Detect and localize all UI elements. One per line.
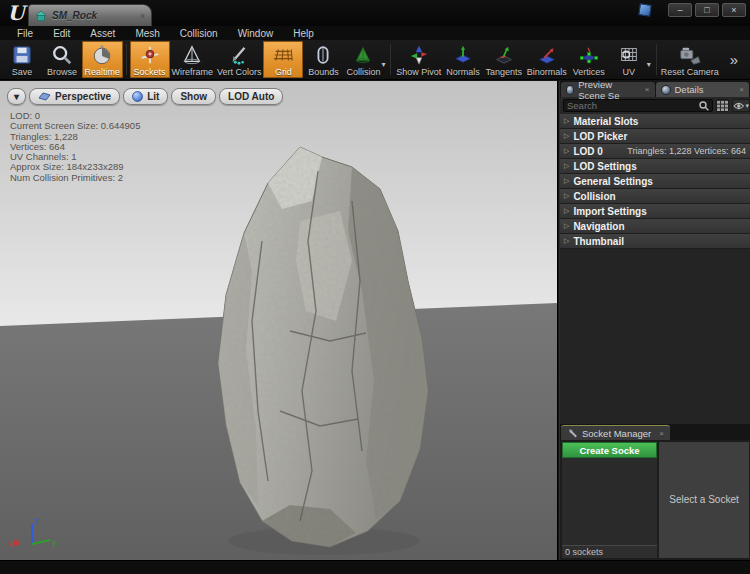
vertices-icon xyxy=(578,43,600,66)
expander-icon: ▷ xyxy=(564,237,569,245)
search-icon xyxy=(699,101,709,111)
section-lod-picker[interactable]: ▷ LOD Picker xyxy=(560,129,750,144)
window-bottom-strip xyxy=(0,560,750,574)
unreal-logo-icon: U xyxy=(4,1,28,25)
create-socket-button[interactable]: Create Socke xyxy=(562,442,657,458)
tangents-toggle[interactable]: Tangents xyxy=(483,41,524,78)
section-thumbnail[interactable]: ▷ Thumbnail xyxy=(560,234,750,249)
tab-preview-scene-settings[interactable]: Preview Scene Se × xyxy=(561,82,655,97)
details-search-row: ▾ xyxy=(560,97,750,114)
tab-close-icon[interactable]: × xyxy=(645,85,650,94)
section-lod0[interactable]: ▷ LOD 0 Triangles: 1,228 Vertices: 664 xyxy=(560,144,750,159)
minimize-button[interactable]: – xyxy=(668,3,692,17)
realtime-toggle[interactable]: Realtime xyxy=(82,41,123,78)
bounds-toggle[interactable]: Bounds xyxy=(303,41,343,78)
realtime-icon xyxy=(91,43,113,66)
stat-collision-primitives: Num Collision Primitives: 2 xyxy=(10,173,140,183)
normals-toggle[interactable]: Normals xyxy=(443,41,483,78)
browse-button[interactable]: Browse xyxy=(42,41,82,78)
uv-toggle[interactable]: UV xyxy=(609,41,649,78)
menu-bar: File Edit Asset Mesh Collision Window He… xyxy=(0,26,750,40)
browse-icon xyxy=(51,43,73,66)
static-mesh-editor-window: U SM_Rock × – □ × File Edit Asset Mesh C… xyxy=(0,0,750,574)
perspective-button[interactable]: Perspective xyxy=(29,88,120,105)
restore-button[interactable]: □ xyxy=(695,3,719,17)
socket-detail-area: Select a Socket xyxy=(659,442,749,558)
lod0-stats: Triangles: 1,228 Vertices: 664 xyxy=(627,146,746,156)
3d-viewport[interactable]: ▾ Perspective Lit Show LOD Auto LOD: 0 C… xyxy=(0,81,558,560)
socket-manager-panel: Socket Manager × Create Socke 0 sockets … xyxy=(560,424,750,560)
menu-mesh[interactable]: Mesh xyxy=(126,28,168,39)
expander-icon: ▷ xyxy=(564,177,569,185)
tab-close-icon[interactable]: × xyxy=(739,85,744,94)
socket-manager-body: Create Socke 0 sockets Select a Socket xyxy=(560,440,750,560)
expander-icon: ▷ xyxy=(564,162,569,170)
menu-file[interactable]: File xyxy=(8,28,42,39)
chevron-down-icon: ▾ xyxy=(745,102,749,110)
toolbar-separator xyxy=(390,44,391,75)
display-filter-button[interactable]: ▾ xyxy=(732,99,750,112)
expander-icon: ▷ xyxy=(564,117,569,125)
toolbar-overflow-chevron[interactable]: » xyxy=(720,51,748,68)
socket-manager-tab-bar: Socket Manager × xyxy=(560,424,750,440)
reset-camera-icon xyxy=(677,43,703,66)
viewport-toolbar: ▾ Perspective Lit Show LOD Auto xyxy=(7,88,283,105)
vertices-toggle[interactable]: Vertices xyxy=(569,41,609,78)
lit-mode-button[interactable]: Lit xyxy=(123,88,168,105)
menu-asset[interactable]: Asset xyxy=(81,28,124,39)
perspective-icon xyxy=(38,92,51,101)
binormals-icon xyxy=(536,43,558,66)
section-general-settings[interactable]: ▷ General Settings xyxy=(560,174,750,189)
show-pivot-toggle[interactable]: Show Pivot xyxy=(394,41,443,78)
menu-window[interactable]: Window xyxy=(229,28,283,39)
normals-icon xyxy=(452,43,474,66)
asset-document-tab[interactable]: SM_Rock × xyxy=(28,4,152,26)
search-box[interactable] xyxy=(563,99,713,112)
grid-view-icon xyxy=(717,101,728,111)
expander-icon: ▷ xyxy=(564,207,569,215)
sockets-toggle[interactable]: Sockets xyxy=(130,41,170,78)
tab-close-icon[interactable]: × xyxy=(659,429,664,438)
menu-edit[interactable]: Edit xyxy=(44,28,79,39)
viewport-options-button[interactable]: ▾ xyxy=(7,88,26,105)
show-button[interactable]: Show xyxy=(171,88,216,105)
details-sections: ▷ Material Slots ▷ LOD Picker ▷ LOD 0 Tr… xyxy=(560,114,750,249)
toolbar-separator xyxy=(126,44,127,75)
reset-camera-button[interactable]: Reset Camera xyxy=(660,41,720,78)
preview-scene-tab-icon xyxy=(566,85,574,95)
socket-list[interactable] xyxy=(562,458,657,545)
asset-tab-close-icon[interactable]: × xyxy=(140,11,145,21)
tab-details[interactable]: Details × xyxy=(656,82,750,97)
vert-colors-toggle[interactable]: Vert Colors xyxy=(215,41,263,78)
binormals-toggle[interactable]: Binormals xyxy=(524,41,568,78)
details-tab-icon xyxy=(661,85,671,95)
wrench-icon xyxy=(567,428,578,439)
axis-z-label: z xyxy=(34,516,39,526)
save-button[interactable]: Save xyxy=(2,41,42,78)
search-input[interactable] xyxy=(567,100,699,111)
wireframe-toggle[interactable]: Wireframe xyxy=(170,41,216,78)
expander-icon: ▷ xyxy=(564,132,569,140)
grid-toggle[interactable]: Grid xyxy=(263,41,303,78)
axis-y-label: y xyxy=(52,537,57,547)
tab-socket-manager[interactable]: Socket Manager × xyxy=(561,425,670,440)
menu-collision[interactable]: Collision xyxy=(171,28,227,39)
axis-x-label: x xyxy=(8,539,13,549)
toolbar-separator xyxy=(656,44,657,75)
socket-count-status: 0 sockets xyxy=(562,545,657,558)
section-collision[interactable]: ▷ Collision xyxy=(560,189,750,204)
section-navigation[interactable]: ▷ Navigation xyxy=(560,219,750,234)
collision-toggle[interactable]: Collision xyxy=(343,41,383,78)
property-matrix-button[interactable] xyxy=(716,99,729,112)
close-button[interactable]: × xyxy=(722,3,746,17)
eye-icon xyxy=(733,102,744,110)
vert-colors-icon xyxy=(228,43,250,66)
save-icon xyxy=(11,43,33,66)
menu-help[interactable]: Help xyxy=(284,28,323,39)
lod-auto-button[interactable]: LOD Auto xyxy=(219,88,283,105)
section-import-settings[interactable]: ▷ Import Settings xyxy=(560,204,750,219)
section-lod-settings[interactable]: ▷ LOD Settings xyxy=(560,159,750,174)
asset-tab-title: SM_Rock xyxy=(52,10,140,21)
details-panel: Preview Scene Se × Details × ▾ xyxy=(559,81,750,560)
section-material-slots[interactable]: ▷ Material Slots xyxy=(560,114,750,129)
